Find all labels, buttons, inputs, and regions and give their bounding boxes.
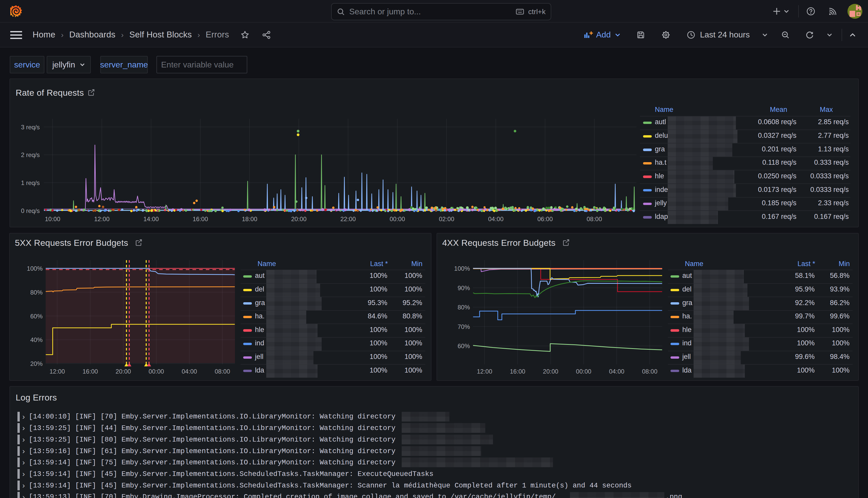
- svg-text:06:00: 06:00: [537, 215, 553, 222]
- svg-text:60%: 60%: [30, 313, 43, 320]
- svg-text:40%: 40%: [30, 336, 43, 343]
- svg-text:80%: 80%: [458, 304, 470, 311]
- svg-text:04:00: 04:00: [488, 215, 504, 222]
- svg-text:12:00: 12:00: [477, 368, 492, 375]
- svg-text:100%: 100%: [27, 265, 43, 272]
- svg-text:00:00: 00:00: [390, 215, 405, 222]
- svg-text:00:00: 00:00: [576, 368, 591, 375]
- svg-text:90%: 90%: [458, 285, 470, 291]
- svg-text:20:00: 20:00: [291, 215, 307, 222]
- svg-text:16:00: 16:00: [510, 368, 525, 375]
- svg-text:16:00: 16:00: [192, 215, 208, 222]
- svg-text:16:00: 16:00: [83, 368, 98, 375]
- svg-text:60%: 60%: [458, 342, 470, 350]
- svg-text:2 req/s: 2 req/s: [21, 152, 40, 158]
- svg-text:10:00: 10:00: [45, 215, 60, 222]
- svg-text:100%: 100%: [454, 265, 470, 272]
- svg-text:00:00: 00:00: [148, 368, 164, 375]
- svg-text:70%: 70%: [458, 323, 470, 330]
- svg-text:3 req/s: 3 req/s: [21, 124, 40, 131]
- svg-text:80%: 80%: [30, 289, 43, 296]
- svg-text:12:00: 12:00: [50, 368, 65, 375]
- svg-text:20:00: 20:00: [116, 368, 131, 375]
- svg-text:22:00: 22:00: [340, 215, 356, 222]
- svg-text:12:00: 12:00: [94, 215, 109, 222]
- svg-text:0 req/s: 0 req/s: [21, 207, 40, 214]
- svg-text:20%: 20%: [30, 360, 43, 367]
- svg-text:1 req/s: 1 req/s: [21, 179, 40, 186]
- svg-text:02:00: 02:00: [439, 215, 454, 222]
- svg-text:20:00: 20:00: [543, 368, 558, 375]
- svg-text:04:00: 04:00: [609, 368, 624, 375]
- svg-text:08:00: 08:00: [587, 215, 602, 222]
- svg-text:18:00: 18:00: [242, 215, 257, 222]
- svg-text:08:00: 08:00: [642, 368, 657, 375]
- svg-text:08:00: 08:00: [215, 368, 230, 375]
- svg-text:14:00: 14:00: [143, 215, 159, 222]
- svg-text:04:00: 04:00: [182, 368, 197, 375]
